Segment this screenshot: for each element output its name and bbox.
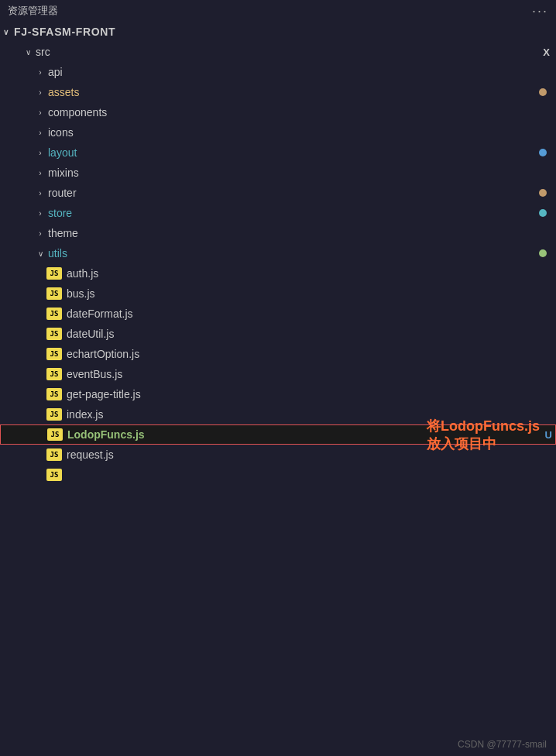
root-folder[interactable]: ∨ FJ-SFASM-FRONT (0, 22, 556, 42)
folder-store[interactable]: › store (0, 203, 556, 223)
file-request[interactable]: JS request.js (0, 445, 556, 465)
layout-dot-indicator (539, 149, 547, 156)
folder-icons[interactable]: › icons (0, 122, 556, 143)
store-dot-indicator (539, 209, 547, 217)
file-eventbus-label: eventBus.js (67, 368, 122, 380)
js-badge-lodopfuncs: JS (47, 428, 63, 441)
js-badge-eventbus: JS (46, 368, 62, 380)
file-getpagetitle[interactable]: JS get-page-title.js (0, 384, 556, 404)
annotation-line1: 将LodopFuncs.js (427, 418, 540, 435)
store-chevron-icon: › (34, 207, 46, 219)
assets-dot-indicator (539, 88, 547, 96)
icons-folder-label: icons (48, 126, 74, 139)
src-close-button[interactable]: X (543, 46, 550, 58)
file-lodopfuncs[interactable]: JS LodopFuncs.js 将LodopFuncs.js 放入项目中 U (0, 424, 556, 445)
layout-chevron-icon: › (34, 146, 46, 159)
file-request-label: request.js (67, 448, 114, 461)
root-folder-label: FJ-SFASM-FRONT (14, 26, 115, 38)
mixins-chevron-icon: › (34, 167, 46, 179)
utils-folder-label: utils (48, 247, 67, 259)
theme-chevron-icon: › (34, 227, 46, 239)
folder-router[interactable]: › router (0, 183, 556, 203)
js-badge-echartoption: JS (46, 348, 62, 360)
folder-api[interactable]: › api (0, 62, 556, 82)
u-label: U (545, 429, 552, 441)
src-chevron-icon: ∨ (22, 46, 34, 58)
utils-chevron-icon: ∨ (34, 247, 46, 259)
folder-mixins[interactable]: › mixins (0, 163, 556, 183)
js-badge-getpagetitle: JS (46, 388, 62, 400)
components-folder-label: components (48, 106, 107, 119)
explorer-title: 资源管理器 (8, 4, 58, 18)
icons-chevron-icon: › (34, 126, 46, 139)
src-folder-label: src (36, 46, 50, 58)
mixins-folder-label: mixins (48, 167, 79, 179)
file-getpagetitle-label: get-page-title.js (67, 388, 141, 400)
folder-layout[interactable]: › layout (0, 143, 556, 163)
theme-folder-label: theme (48, 227, 78, 239)
js-badge-index: JS (46, 408, 62, 421)
file-bus-label: bus.js (67, 287, 95, 300)
assets-folder-label: assets (48, 86, 79, 98)
file-auth-label: auth.js (67, 267, 98, 280)
watermark: CSDN @77777-smail (458, 739, 547, 750)
file-more[interactable]: JS (0, 465, 556, 485)
folder-theme[interactable]: › theme (0, 223, 556, 243)
js-badge-bus: JS (46, 287, 62, 300)
folder-assets[interactable]: › assets (0, 82, 556, 102)
file-dateutil[interactable]: JS dateUtil.js (0, 324, 556, 344)
layout-folder-label: layout (48, 146, 77, 159)
router-dot-indicator (539, 189, 547, 197)
router-chevron-icon: › (34, 187, 46, 199)
folder-components[interactable]: › components (0, 102, 556, 122)
store-folder-label: store (48, 207, 72, 219)
js-badge-dateformat: JS (46, 308, 62, 320)
top-bar: 资源管理器 ··· (0, 0, 556, 22)
api-folder-label: api (48, 66, 63, 78)
api-chevron-icon: › (34, 66, 46, 78)
router-folder-label: router (48, 187, 77, 199)
js-badge-dateutil: JS (46, 328, 62, 340)
folder-utils[interactable]: ∨ utils (0, 243, 556, 263)
js-badge-more: JS (46, 469, 62, 481)
file-eventbus[interactable]: JS eventBus.js (0, 364, 556, 384)
file-auth[interactable]: JS auth.js (0, 263, 556, 284)
utils-dot-indicator (539, 249, 547, 257)
file-dateutil-label: dateUtil.js (67, 328, 114, 340)
root-chevron-icon: ∨ (0, 26, 12, 38)
js-badge-auth: JS (46, 267, 62, 280)
file-lodopfuncs-label: LodopFuncs.js (67, 428, 145, 441)
js-badge-request: JS (46, 448, 62, 461)
components-chevron-icon: › (34, 106, 46, 119)
src-folder[interactable]: ∨ src X (0, 42, 556, 62)
file-dateformat[interactable]: JS dateFormat.js (0, 304, 556, 324)
file-echartoption-label: echartOption.js (67, 348, 139, 360)
file-echartoption[interactable]: JS echartOption.js (0, 344, 556, 364)
file-index-label: index.js (67, 408, 103, 421)
file-bus[interactable]: JS bus.js (0, 284, 556, 304)
more-options-icon[interactable]: ··· (532, 3, 548, 19)
assets-chevron-icon: › (34, 86, 46, 98)
file-dateformat-label: dateFormat.js (67, 308, 133, 320)
